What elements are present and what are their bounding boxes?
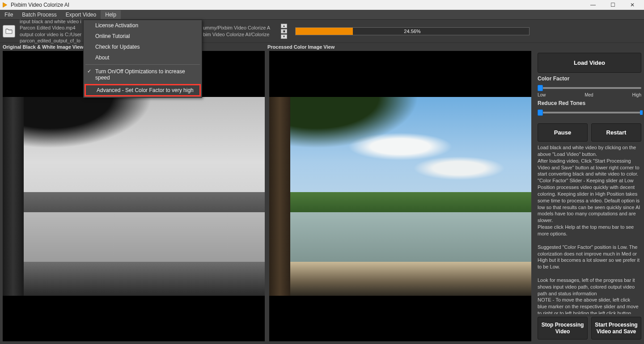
info-line: bim Video Colorize AI/Colorize <box>203 31 275 38</box>
menu-batch-process[interactable]: Batch Process <box>17 10 61 19</box>
input-output-path-text: input black and white video i Parcon Edi… <box>20 18 82 44</box>
help-dropdown-menu: License Activation Online Tutorial Check… <box>83 20 202 98</box>
tick-low: Low <box>538 92 546 97</box>
tick-med: Med <box>585 92 593 97</box>
stop-processing-button[interactable]: Stop Processing Video <box>538 317 588 340</box>
menu-file[interactable]: File <box>0 10 17 19</box>
help-instructions-text: Load black and white video by clicking o… <box>538 144 641 314</box>
processed-color-image <box>269 97 531 296</box>
reduce-red-slider-end-marker <box>640 110 643 115</box>
menu-help[interactable]: Help <box>101 10 121 19</box>
reduce-red-slider-thumb[interactable] <box>538 109 543 116</box>
frame-spinner: ▲ ▣ ▼ <box>281 24 287 39</box>
menu-bar: File Batch Process Export Video Help <box>0 10 644 20</box>
spinner-down-button[interactable]: ▼ <box>281 34 287 39</box>
reduce-red-slider[interactable] <box>538 112 641 113</box>
original-bw-image <box>3 97 265 296</box>
window-titlebar: Pixbim Video Colorize AI — ☐ ✕ <box>0 0 644 10</box>
menu-export-video[interactable]: Export Video <box>61 10 101 19</box>
load-video-button[interactable]: Load Video <box>538 53 641 73</box>
color-factor-slider-thumb[interactable] <box>538 85 543 91</box>
menu-advanced-color-factor-highlight: Advanced - Set Color Factor to very high <box>85 84 201 96</box>
menu-about[interactable]: About <box>84 52 202 63</box>
reduce-red-label: Reduce Red Tones <box>538 100 641 106</box>
progress-text: 24.56% <box>296 29 529 34</box>
processed-view-label: Processed Color Image View <box>267 44 335 50</box>
menu-separator <box>85 64 200 65</box>
color-factor-ticks: Low Med High <box>538 92 641 97</box>
info-line: input black and white video i <box>20 18 82 25</box>
progress-bar: 24.56% <box>295 27 530 35</box>
info-line: ummy/Pixbim Video Colorize A <box>203 25 275 31</box>
processed-image-pane <box>269 51 531 341</box>
window-close-button[interactable]: ✕ <box>623 0 642 10</box>
open-folder-button[interactable] <box>3 25 15 38</box>
app-icon <box>2 2 8 8</box>
menu-advanced-color-factor[interactable]: Advanced - Set Color Factor to very high <box>85 84 201 96</box>
info-line: Parcon Edited Video.mp4 <box>20 25 82 31</box>
spinner-up-button[interactable]: ▲ <box>281 24 287 28</box>
window-minimize-button[interactable]: — <box>583 0 603 10</box>
window-maximize-button[interactable]: ☐ <box>603 0 623 10</box>
info-line: output color video is C:/User <box>20 31 82 38</box>
menu-toggle-optimizations[interactable]: Turn On/Off Optimizations to increase sp… <box>84 66 202 83</box>
spinner-mid-button[interactable]: ▣ <box>281 29 287 34</box>
app-title: Pixbim Video Colorize AI <box>11 2 69 8</box>
color-factor-slider[interactable] <box>538 87 641 89</box>
secondary-path-text: ummy/Pixbim Video Colorize A bim Video C… <box>203 25 275 38</box>
menu-online-tutorial[interactable]: Online Tutorial <box>84 31 202 42</box>
start-processing-button[interactable]: Start Processing Video and Save <box>591 317 641 340</box>
right-panel: Load Video Color Factor Low Med High Red… <box>538 51 641 341</box>
restart-button[interactable]: Restart <box>591 123 641 142</box>
folder-icon <box>5 28 13 35</box>
color-factor-label: Color Factor <box>538 76 641 82</box>
menu-check-updates[interactable]: Check for Updates <box>84 42 202 52</box>
menu-license-activation[interactable]: License Activation <box>84 20 202 31</box>
pause-button[interactable]: Pause <box>538 123 588 142</box>
tick-high: High <box>632 92 641 97</box>
